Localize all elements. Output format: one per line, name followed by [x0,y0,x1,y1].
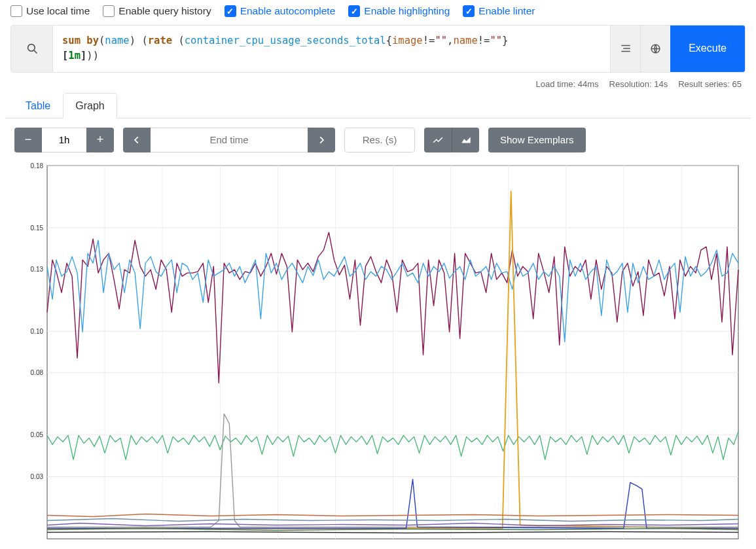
chart-area[interactable]: 0.180.150.130.100.080.050.03 [14,162,742,542]
svg-text:0.18: 0.18 [31,162,44,169]
option-label: Enable highlighting [364,5,450,17]
line-chart-button[interactable] [424,128,452,152]
execute-button[interactable]: Execute [670,26,745,72]
checkbox-icon[interactable] [103,5,115,17]
graph-controls: − + Show Exemplars [5,118,751,159]
search-icon [26,43,38,54]
globe-icon [650,43,661,54]
query-meta: Load time: 44ms Resolution: 14s Result s… [5,73,751,92]
chart-type-group [424,128,479,152]
svg-text:0.03: 0.03 [31,473,44,480]
option-query-history[interactable]: Enable query history [103,5,211,17]
svg-point-0 [27,44,35,52]
tab-table[interactable]: Table [13,93,63,118]
end-time-input[interactable] [151,128,308,152]
format-query-button[interactable] [610,26,640,72]
svg-text:0.05: 0.05 [31,431,44,438]
resolution-input[interactable] [344,128,415,152]
y-axis-labels: 0.180.150.130.100.080.050.03 [31,162,44,480]
chart-svg: 0.180.150.130.100.080.050.03 [14,162,742,542]
option-label: Enable linter [478,5,535,17]
resolution: Resolution: 14s [609,79,668,89]
option-autocomplete[interactable]: Enable autocomplete [225,5,336,17]
result-tabs: Table Graph [5,93,751,118]
format-icon [620,43,632,54]
stacked-chart-button[interactable] [452,128,479,152]
svg-text:0.10: 0.10 [31,328,44,335]
area-chart-icon [460,134,472,146]
query-input[interactable]: sum by(name) (rate (container_cpu_usage_… [53,26,610,72]
checkbox-icon[interactable] [348,5,360,17]
svg-line-1 [34,50,37,54]
range-input[interactable] [42,128,86,152]
range-stepper: − + [14,128,114,152]
checkbox-icon[interactable] [225,5,236,17]
option-label: Enable query history [118,5,211,17]
svg-text:0.08: 0.08 [31,369,44,376]
option-local-time[interactable]: Use local time [10,5,90,17]
option-label: Use local time [26,5,90,17]
resolution-group [344,128,415,152]
chevron-right-icon [317,135,326,145]
metrics-explorer-button[interactable] [11,26,53,72]
load-time: Load time: 44ms [535,79,598,89]
end-time-prev-button[interactable] [123,128,151,152]
checkbox-icon[interactable] [463,5,475,17]
result-series: Result series: 65 [678,79,742,89]
checkbox-icon[interactable] [10,5,22,17]
tab-graph[interactable]: Graph [63,93,117,118]
globe-button[interactable] [640,26,670,72]
svg-text:0.15: 0.15 [31,224,44,232]
end-time-stepper [123,128,335,152]
svg-text:0.13: 0.13 [31,266,44,273]
options-bar: Use local time Enable query history Enab… [5,3,751,25]
end-time-next-button[interactable] [308,128,335,152]
show-exemplars-button[interactable]: Show Exemplars [488,128,586,152]
option-linter[interactable]: Enable linter [463,5,535,17]
chevron-left-icon [132,135,141,145]
line-chart-icon [432,134,444,146]
range-plus-button[interactable]: + [86,128,114,152]
option-label: Enable autocomplete [240,5,336,17]
range-minus-button[interactable]: − [14,128,42,152]
query-row: sum by(name) (rate (container_cpu_usage_… [10,25,746,73]
option-highlighting[interactable]: Enable highlighting [348,5,450,17]
